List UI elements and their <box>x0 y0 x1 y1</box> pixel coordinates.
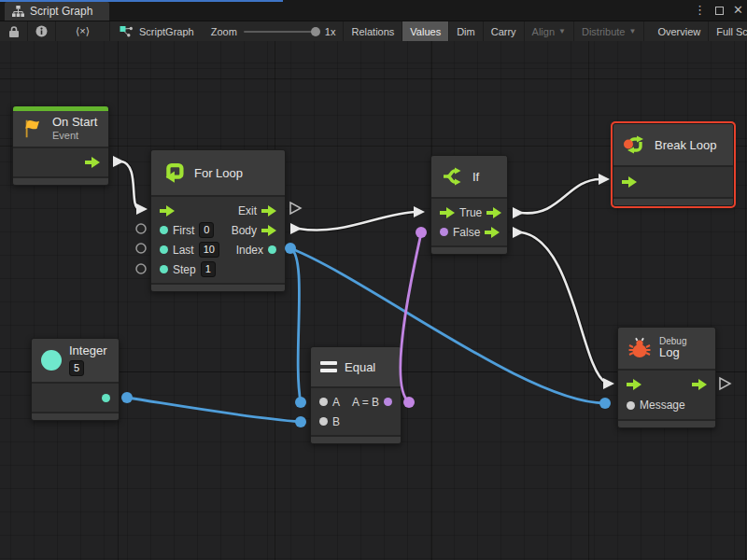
b-input-port[interactable] <box>319 417 328 426</box>
first-value-field[interactable]: 0 <box>199 222 214 238</box>
node-break-loop[interactable]: Break Loop <box>613 123 734 206</box>
condition-input-port[interactable] <box>440 228 448 236</box>
node-on-start[interactable]: On Start Event <box>12 105 109 186</box>
wire-index-to-equal-a[interactable] <box>290 248 301 402</box>
port-label-a: A <box>332 396 340 409</box>
flag-icon <box>22 118 45 140</box>
tab-bar: Script Graph ⋮ ✕ <box>0 0 747 21</box>
exit-output-port[interactable] <box>261 205 276 217</box>
node-for-loop[interactable]: For Loop Exit First 0 Body <box>150 149 286 292</box>
zoom-slider[interactable] <box>244 31 318 33</box>
equals-icon <box>320 361 337 372</box>
flow-input-port[interactable] <box>622 176 637 188</box>
flow-output-port[interactable] <box>692 379 707 390</box>
node-subtitle: Event <box>52 130 97 142</box>
result-output-port[interactable] <box>384 398 392 406</box>
step-input-port[interactable] <box>160 265 168 273</box>
node-body: True False <box>431 197 507 245</box>
lock-button[interactable] <box>0 21 28 41</box>
node-header: On Start Event <box>13 111 108 147</box>
node-header: Debug Log <box>618 328 715 369</box>
zoom-slider-knob[interactable] <box>311 27 320 36</box>
port-label-exit: Exit <box>238 204 257 217</box>
zoom-value: 1x <box>325 26 336 37</box>
dim-button[interactable]: Dim <box>449 21 484 41</box>
tab-label: Script Graph <box>30 5 92 18</box>
integer-value-field[interactable]: 5 <box>69 360 84 376</box>
values-button[interactable]: Values <box>402 21 449 41</box>
wire-body-to-if[interactable] <box>290 206 425 234</box>
node-equal[interactable]: Equal A A = B B <box>310 346 402 444</box>
port-label-body: Body <box>232 224 257 237</box>
node-if[interactable]: If True False <box>430 155 508 255</box>
wire-equal-to-if-condition[interactable] <box>401 233 421 402</box>
fullscreen-button[interactable]: Full Screen <box>709 21 747 41</box>
flow-input-port[interactable] <box>160 205 175 217</box>
port-label-message: Message <box>640 399 685 412</box>
step-default-marker[interactable] <box>136 264 146 273</box>
node-debug-log[interactable]: Debug Log Message <box>617 327 716 428</box>
last-input-port[interactable] <box>160 245 168 254</box>
first-input-port[interactable] <box>160 226 168 234</box>
node-footer <box>32 412 119 420</box>
loop-icon <box>161 160 187 186</box>
node-title: Equal <box>345 360 375 374</box>
flow-input-port[interactable] <box>440 207 455 218</box>
distribute-button[interactable]: Distribute ▼ <box>574 21 644 41</box>
port-label-index: Index <box>236 244 263 257</box>
chevron-down-icon: ▼ <box>558 27 566 35</box>
node-integer[interactable]: Integer 5 <box>31 338 120 421</box>
maximize-icon[interactable] <box>715 7 724 15</box>
node-footer <box>13 176 108 185</box>
align-label: Align <box>532 26 555 37</box>
a-input-port[interactable] <box>319 398 328 406</box>
bug-icon <box>627 336 652 360</box>
node-footer <box>618 419 715 427</box>
flow-input-port[interactable] <box>627 379 641 390</box>
node-body: Exit First 0 Body Last 10 <box>151 195 285 283</box>
info-button[interactable] <box>28 21 56 41</box>
node-body <box>13 147 108 176</box>
hierarchy-icon <box>12 6 24 17</box>
close-icon[interactable]: ✕ <box>733 0 743 21</box>
node-header: Equal <box>311 347 401 386</box>
wire-true-to-breakloop[interactable] <box>513 174 610 218</box>
last-default-marker[interactable] <box>136 244 146 253</box>
exit-unconnected-marker[interactable] <box>290 203 301 214</box>
node-title: If <box>472 170 479 184</box>
integer-type-icon <box>41 350 62 371</box>
collapse-glyph: ⟨×⟩ <box>76 25 90 37</box>
collapse-button[interactable]: ⟨×⟩ <box>56 21 110 41</box>
debug-out-unconnected-marker[interactable] <box>720 378 730 389</box>
step-value-field[interactable]: 1 <box>201 261 216 277</box>
wire-false-to-debuglog[interactable] <box>513 227 614 389</box>
carry-button[interactable]: Carry <box>484 21 525 41</box>
breadcrumb[interactable]: ScriptGraph <box>110 21 204 41</box>
wire-integer-to-equal-b[interactable] <box>127 398 301 422</box>
true-output-port[interactable] <box>486 207 501 218</box>
false-output-port[interactable] <box>485 227 500 238</box>
overview-button[interactable]: Overview <box>650 21 709 41</box>
menu-kebab-icon[interactable]: ⋮ <box>694 0 706 21</box>
node-title: Log <box>659 346 686 360</box>
flow-output-port[interactable] <box>85 157 100 168</box>
index-output-port[interactable] <box>268 245 276 254</box>
wires-overlay <box>0 41 747 560</box>
chevron-down-icon: ▼ <box>628 27 636 35</box>
message-input-port[interactable] <box>627 401 635 410</box>
node-header: Break Loop <box>613 124 733 165</box>
node-footer <box>311 435 401 443</box>
body-output-port[interactable] <box>261 225 276 236</box>
integer-output-port[interactable] <box>102 394 110 402</box>
first-default-marker[interactable] <box>136 224 146 233</box>
port-label-result: A = B <box>352 396 379 409</box>
zoom-control: Zoom 1x <box>204 21 345 41</box>
relations-button[interactable]: Relations <box>344 21 402 41</box>
align-button[interactable]: Align ▼ <box>525 21 574 41</box>
last-value-field[interactable]: 10 <box>199 242 219 258</box>
tab-script-graph[interactable]: Script Graph <box>5 2 109 21</box>
wire-onstart-to-forloop[interactable] <box>113 156 148 215</box>
lock-icon <box>9 26 19 37</box>
graph-canvas[interactable]: On Start Event For Loop <box>0 41 747 560</box>
graph-toolbar: ⟨×⟩ ScriptGraph Zoom 1x Relations Values… <box>0 21 747 41</box>
